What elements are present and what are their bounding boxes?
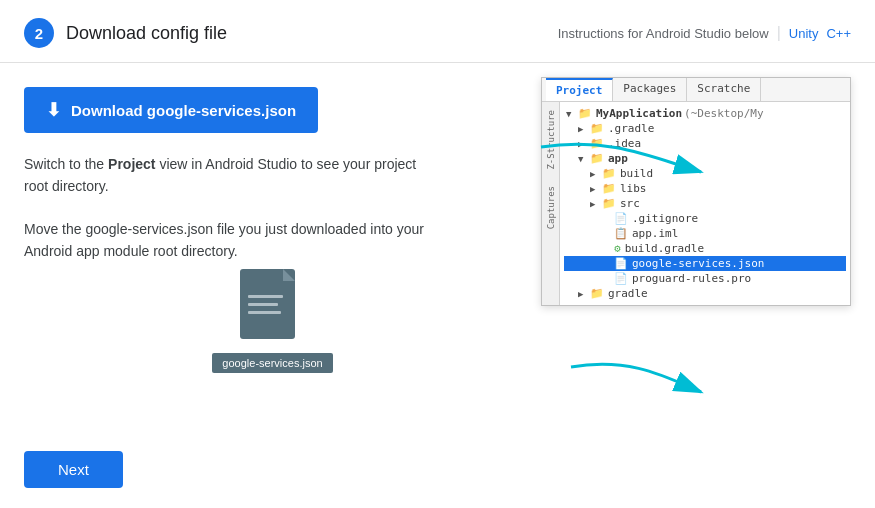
tree-item-app[interactable]: ▼ 📁 app (564, 151, 846, 166)
download-icon: ⬇ (46, 99, 61, 121)
step-badge: 2 (24, 18, 54, 48)
tree-item-myapplication[interactable]: ▼ 📁 MyApplication (~Desktop/My (564, 106, 846, 121)
tree-item-buildgradle[interactable]: ▶ ⚙ build.gradle (564, 241, 846, 256)
svg-rect-5 (248, 311, 281, 314)
page-title: Download config file (66, 23, 546, 44)
arrow-icon: ▶ (590, 199, 600, 209)
studio-sidebar: Z-Structure Captures (542, 102, 560, 305)
tree-item-build[interactable]: ▶ 📁 build (564, 166, 846, 181)
unity-link[interactable]: Unity (789, 26, 819, 41)
studio-tabs: Project Packages Scratche (542, 78, 850, 102)
arrow-icon: ▶ (590, 184, 600, 194)
tab-project[interactable]: Project (546, 78, 613, 101)
tab-packages[interactable]: Packages (613, 78, 687, 101)
download-button-label: Download google-services.json (71, 102, 296, 119)
z-structure-label[interactable]: Z-Structure (546, 106, 556, 174)
instruction-label: Instructions for Android Studio below (558, 26, 769, 41)
tree-item-appiml[interactable]: ▶ 📋 app.iml (564, 226, 846, 241)
header: 2 Download config file Instructions for … (0, 0, 875, 63)
file-icon (238, 267, 308, 347)
instruction-text-2: Move the google-services.json file you j… (24, 218, 444, 263)
cpp-link[interactable]: C++ (826, 26, 851, 41)
studio-tree: ▼ 📁 MyApplication (~Desktop/My ▶ 📁 .grad… (560, 102, 850, 305)
tree-item-proguard[interactable]: ▶ 📄 proguard-rules.pro (564, 271, 846, 286)
arrow-icon: ▶ (590, 169, 600, 179)
studio-window: Project Packages Scratche Z-Structure Ca… (541, 77, 851, 306)
tab-scratche[interactable]: Scratche (687, 78, 761, 101)
tree-item-gradle[interactable]: ▶ 📁 .gradle (564, 121, 846, 136)
download-button[interactable]: ⬇ Download google-services.json (24, 87, 318, 133)
tree-item-gradle-root[interactable]: ▶ 📁 gradle (564, 286, 846, 301)
divider: | (777, 24, 781, 42)
left-panel: ⬇ Download google-services.json Switch t… (24, 87, 521, 488)
instruction-section-2: Move the google-services.json file you j… (24, 218, 521, 373)
next-button[interactable]: Next (24, 451, 123, 488)
file-label: google-services.json (212, 353, 332, 373)
page: 2 Download config file Instructions for … (0, 0, 875, 508)
right-panel: Project Packages Scratche Z-Structure Ca… (541, 77, 851, 488)
tree-item-googleservices[interactable]: ▶ 📄 google-services.json (564, 256, 846, 271)
main-content: ⬇ Download google-services.json Switch t… (0, 63, 875, 508)
arrow-icon: ▶ (578, 124, 588, 134)
arrow-icon: ▼ (566, 109, 576, 119)
studio-body: Z-Structure Captures ▼ 📁 MyApplication (… (542, 102, 850, 305)
captures-label[interactable]: Captures (546, 182, 556, 233)
tree-item-gitignore[interactable]: ▶ 📄 .gitignore (564, 211, 846, 226)
instruction-text-1: Switch to the Project view in Android St… (24, 153, 444, 198)
tree-item-src[interactable]: ▶ 📁 src (564, 196, 846, 211)
arrow-icon: ▶ (578, 139, 588, 149)
arrow-icon: ▶ (578, 289, 588, 299)
arrow-icon: ▼ (578, 154, 588, 164)
header-links: Instructions for Android Studio below | … (558, 24, 851, 42)
tree-item-idea[interactable]: ▶ 📁 .idea (564, 136, 846, 151)
svg-rect-3 (248, 295, 283, 298)
svg-rect-4 (248, 303, 278, 306)
file-preview: google-services.json (24, 267, 521, 373)
tree-item-libs[interactable]: ▶ 📁 libs (564, 181, 846, 196)
